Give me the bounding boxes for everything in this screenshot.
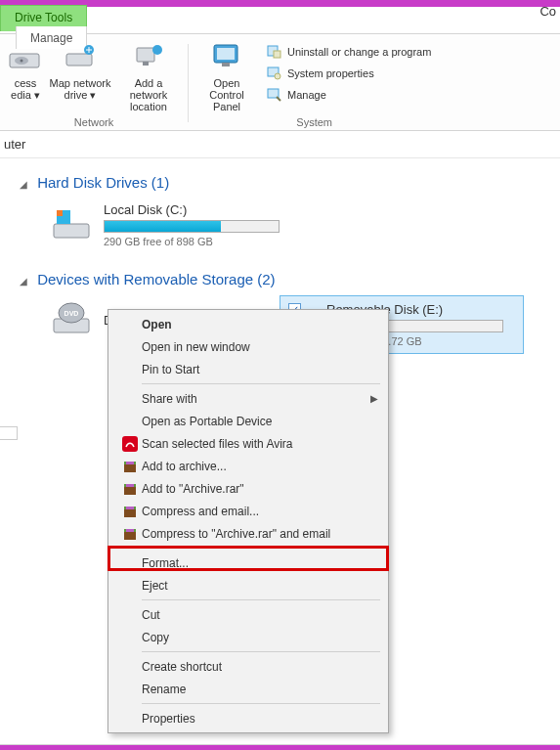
- svg-point-7: [152, 45, 162, 55]
- access-media-button[interactable]: cess edia ▾: [6, 38, 45, 103]
- expand-icon[interactable]: ◢: [20, 179, 29, 190]
- network-drive-icon: [63, 40, 98, 74]
- bottom-accent: [0, 745, 560, 750]
- svg-rect-25: [126, 462, 134, 464]
- ctx-portable-device[interactable]: Open as Portable Device: [110, 410, 386, 432]
- usage-bar: [104, 220, 280, 233]
- svg-rect-5: [137, 48, 154, 62]
- svg-rect-34: [126, 529, 134, 532]
- network-location-icon: [131, 40, 166, 74]
- svg-rect-10: [222, 63, 230, 66]
- ctx-compress-rar-email[interactable]: Compress to "Archive.rar" and email: [110, 522, 386, 545]
- manage-button[interactable]: Manage: [262, 85, 435, 105]
- sidebar-fragment: [0, 426, 18, 440]
- ctx-properties[interactable]: Properties: [110, 707, 386, 729]
- manage-icon: [266, 86, 281, 104]
- label: Manage: [287, 89, 326, 101]
- svg-rect-6: [143, 62, 149, 66]
- ribbon-group-network: cess edia ▾ Map network drive ▾ Add a ne…: [0, 38, 188, 128]
- svg-rect-18: [57, 210, 63, 216]
- uninstall-program-button[interactable]: Uninstall or change a program: [262, 42, 435, 62]
- ctx-compress-email[interactable]: Compress and email...: [110, 500, 386, 522]
- control-panel-icon: [209, 40, 244, 74]
- expand-icon[interactable]: ◢: [20, 276, 29, 287]
- section-count: (1): [151, 174, 169, 191]
- ctx-eject[interactable]: Eject: [110, 574, 386, 596]
- svg-point-14: [275, 73, 280, 79]
- svg-rect-9: [217, 48, 235, 60]
- label: Add a network location: [117, 77, 180, 112]
- svg-text:DVD: DVD: [65, 310, 79, 317]
- separator: [142, 703, 380, 704]
- label: cess edia ▾: [11, 77, 40, 101]
- svg-point-2: [21, 60, 23, 63]
- label: System properties: [287, 67, 374, 79]
- ctx-open-new-window[interactable]: Open in new window: [110, 335, 386, 358]
- drive-free: 290 GB free of 898 GB: [104, 236, 280, 247]
- ctx-open[interactable]: Open: [110, 313, 386, 335]
- winrar-icon: [118, 504, 142, 519]
- separator: [142, 383, 380, 384]
- section-label: Devices with Removable Storage: [37, 271, 253, 287]
- svg-rect-3: [66, 54, 92, 66]
- hdd-icon: [51, 204, 92, 246]
- ribbon-group-system: Open Control Panel Uninstall or change a…: [188, 38, 441, 128]
- system-properties-button[interactable]: System properties: [262, 64, 435, 83]
- section-hard-disk-drives[interactable]: ◢ Hard Disk Drives (1): [20, 174, 552, 191]
- winrar-icon: [118, 526, 142, 542]
- ctx-add-to-archive-rar[interactable]: Add to "Archive.rar": [110, 477, 386, 500]
- ctx-rename[interactable]: Rename: [110, 678, 386, 700]
- drive-icon: [8, 40, 43, 74]
- label: Open Control Panel: [195, 77, 258, 112]
- drive-name: Local Disk (C:): [104, 202, 280, 217]
- dvd-icon: DVD: [51, 299, 92, 341]
- ctx-pin-to-start[interactable]: Pin to Start: [110, 358, 386, 380]
- map-network-drive-button[interactable]: Map network drive ▾: [47, 38, 113, 103]
- label: Uninstall or change a program: [287, 46, 431, 58]
- ctx-share-with[interactable]: Share with▶: [110, 387, 386, 410]
- section-count: (2): [257, 271, 275, 287]
- context-menu: Open Open in new window Pin to Start Sha…: [108, 309, 389, 733]
- open-control-panel-button[interactable]: Open Control Panel: [194, 38, 260, 114]
- separator: [142, 651, 380, 652]
- separator: [142, 599, 380, 600]
- ctx-cut[interactable]: Cut: [110, 603, 386, 626]
- breadcrumb[interactable]: uter: [0, 131, 560, 158]
- svg-rect-12: [274, 51, 280, 58]
- svg-rect-31: [126, 507, 134, 509]
- label: Map network drive ▾: [50, 77, 111, 101]
- add-network-location-button[interactable]: Add a network location: [115, 38, 182, 114]
- winrar-icon: [118, 459, 142, 474]
- svg-rect-16: [54, 224, 89, 238]
- ctx-format[interactable]: Format...: [110, 551, 386, 574]
- drive-local-c[interactable]: Local Disk (C:) 290 GB free of 898 GB: [47, 199, 301, 251]
- ctx-create-shortcut[interactable]: Create shortcut: [110, 655, 386, 678]
- section-devices-removable[interactable]: ◢ Devices with Removable Storage (2): [20, 271, 552, 287]
- winrar-icon: [118, 481, 142, 497]
- uninstall-icon: [266, 43, 281, 61]
- group-label: Network: [74, 116, 113, 128]
- ctx-add-to-archive[interactable]: Add to archive...: [110, 455, 386, 477]
- avira-icon: [118, 436, 142, 452]
- section-label: Hard Disk Drives: [37, 174, 148, 191]
- submenu-arrow-icon: ▶: [370, 393, 378, 404]
- ctx-copy[interactable]: Copy: [110, 626, 386, 648]
- properties-icon: [266, 65, 281, 82]
- separator: [142, 548, 380, 549]
- ribbon: cess edia ▾ Map network drive ▾ Add a ne…: [0, 34, 560, 131]
- ctx-scan-avira[interactable]: Scan selected files with Avira: [110, 432, 386, 455]
- svg-rect-28: [126, 484, 134, 487]
- title-text: Co: [539, 4, 556, 19]
- group-label: System: [296, 116, 332, 128]
